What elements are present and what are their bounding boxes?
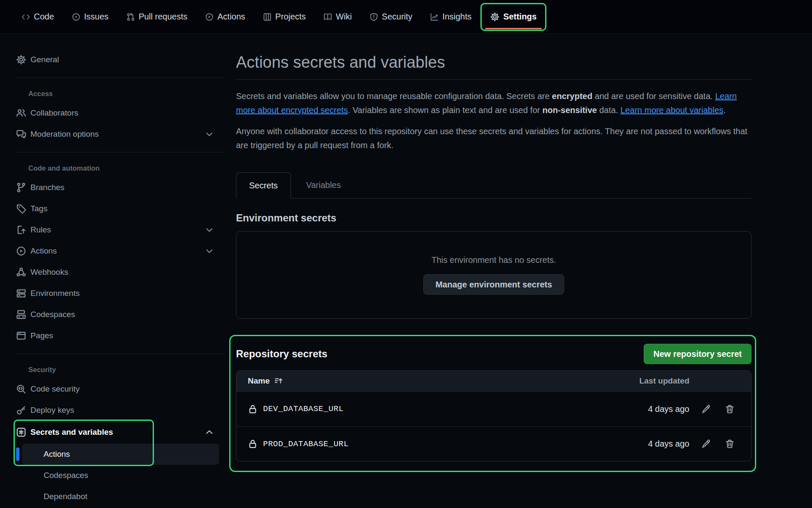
code-scan-icon xyxy=(16,384,26,394)
name-column-header: Name xyxy=(248,376,270,386)
sidebar-item-pages[interactable]: Pages xyxy=(16,325,226,346)
intro-text: Secrets and variables allow you to manag… xyxy=(236,91,552,101)
sidebar-subitem-codespaces-secrets[interactable]: Codespaces xyxy=(16,465,226,486)
active-tab-underline xyxy=(485,28,542,29)
tab-code[interactable]: Code xyxy=(14,5,62,29)
delete-secret-button[interactable] xyxy=(722,404,737,414)
tab-label: Pull requests xyxy=(139,12,188,22)
secret-name: DEV_DATABASE_URL xyxy=(263,404,343,414)
selected-item-accent-bar xyxy=(16,447,19,461)
sidebar-item-rules[interactable]: Rules xyxy=(16,219,226,240)
manage-environment-secrets-button[interactable]: Manage environment secrets xyxy=(423,274,565,295)
sidebar-section-security: Security xyxy=(16,361,226,378)
intro-text: . xyxy=(724,105,726,115)
tag-icon xyxy=(16,204,26,214)
sidebar-item-code-security[interactable]: Code security xyxy=(16,378,226,400)
delete-secret-button[interactable] xyxy=(722,439,737,449)
pencil-icon xyxy=(701,439,711,449)
lock-icon xyxy=(248,439,258,449)
book-icon xyxy=(324,13,332,21)
trash-icon xyxy=(725,439,735,449)
issue-opened-icon xyxy=(72,13,80,21)
comment-discussion-icon xyxy=(16,129,26,139)
sidebar-item-label: Codespaces xyxy=(30,310,75,319)
sidebar-item-branches[interactable]: Branches xyxy=(16,177,226,198)
sidebar-subitem-dependabot-secrets[interactable]: Dependabot xyxy=(16,486,226,507)
people-icon xyxy=(16,108,26,118)
sidebar-item-deploy-keys[interactable]: Deploy keys xyxy=(16,400,226,421)
server-icon xyxy=(16,288,26,298)
trash-icon xyxy=(725,404,735,414)
pencil-icon xyxy=(701,404,711,414)
chevron-down-icon xyxy=(205,225,214,235)
tab-issues[interactable]: Issues xyxy=(64,5,116,29)
environment-secrets-card: This environment has no secrets. Manage … xyxy=(236,231,752,319)
sidebar-item-label: Webhooks xyxy=(30,268,68,277)
sidebar-item-label: Code security xyxy=(30,384,80,394)
tab-settings[interactable]: Settings xyxy=(480,3,546,31)
sidebar-item-label: Collaborators xyxy=(30,108,78,118)
tab-label: Code xyxy=(34,12,54,22)
sidebar-item-codespaces[interactable]: Codespaces xyxy=(16,304,226,325)
tab-actions[interactable]: Actions xyxy=(198,5,253,29)
table-row: DEV_DATABASE_URL 4 days ago xyxy=(236,392,751,426)
sidebar-item-secrets-and-variables[interactable]: Secrets and variables xyxy=(16,421,226,444)
tab-pull-requests[interactable]: Pull requests xyxy=(119,5,195,29)
rules-icon xyxy=(16,225,26,235)
tab-secrets[interactable]: Secrets xyxy=(236,172,291,199)
secret-last-updated: 4 days ago xyxy=(634,404,689,414)
intro-text: data. xyxy=(597,105,620,115)
sidebar-item-label: Deploy keys xyxy=(30,406,74,415)
tab-wiki[interactable]: Wiki xyxy=(316,5,359,29)
secret-last-updated: 4 days ago xyxy=(634,439,689,449)
gear-icon xyxy=(16,55,26,65)
gear-icon xyxy=(490,12,499,22)
codespaces-icon xyxy=(16,309,26,320)
settings-sidebar: General Access Collaborators Moderation … xyxy=(0,34,226,508)
intro-text: and are used for sensitive data. xyxy=(593,91,715,101)
repository-secrets-heading: Repository secrets xyxy=(236,348,327,360)
page-title: Actions secrets and variables xyxy=(236,52,752,72)
edit-secret-button[interactable] xyxy=(699,439,713,449)
sidebar-item-general[interactable]: General xyxy=(16,49,226,70)
intro-bold-encrypted: encrypted xyxy=(552,91,593,101)
annotation-box-repository-secrets: Repository secrets New repository secret… xyxy=(229,335,756,472)
sidebar-item-actions[interactable]: Actions xyxy=(16,240,226,262)
link-variables[interactable]: Learn more about variables xyxy=(620,105,723,115)
secret-name: PROD_DATABASE_URL xyxy=(263,439,348,449)
chevron-down-icon xyxy=(205,130,214,139)
table-row: PROD_DATABASE_URL 4 days ago xyxy=(236,426,751,461)
sidebar-item-collaborators[interactable]: Collaborators xyxy=(16,102,226,124)
repo-nav: Code Issues Pull requests Actions Projec… xyxy=(0,0,812,34)
tab-label: Issues xyxy=(84,12,109,22)
sidebar-subitem-actions-secrets[interactable]: Actions xyxy=(22,444,219,465)
tab-security[interactable]: Security xyxy=(362,5,420,29)
sidebar-item-tags[interactable]: Tags xyxy=(16,198,226,219)
sidebar-divider xyxy=(16,77,225,78)
sidebar-item-environments[interactable]: Environments xyxy=(16,283,226,304)
intro-paragraph: Secrets and variables allow you to manag… xyxy=(236,89,752,117)
last-updated-column-header: Last updated xyxy=(639,376,751,386)
sidebar-item-label: Rules xyxy=(30,225,51,235)
code-icon xyxy=(22,13,30,21)
sidebar-item-label: Secrets and variables xyxy=(30,428,113,437)
sidebar-item-label: General xyxy=(30,55,59,64)
new-repository-secret-button[interactable]: New repository secret xyxy=(644,344,752,364)
environment-secrets-heading: Environment secrets xyxy=(236,212,752,224)
sidebar-item-label: Moderation options xyxy=(30,130,99,139)
tab-projects[interactable]: Projects xyxy=(255,5,313,29)
project-icon xyxy=(263,13,272,21)
secrets-and-variables-group: Secrets and variables Actions xyxy=(16,421,226,465)
edit-secret-button[interactable] xyxy=(699,404,713,414)
sidebar-item-label: Pages xyxy=(30,331,53,340)
tab-insights[interactable]: Insights xyxy=(422,5,479,29)
sidebar-item-webhooks[interactable]: Webhooks xyxy=(16,262,226,283)
browser-icon xyxy=(16,331,26,341)
sidebar-item-moderation-options[interactable]: Moderation options xyxy=(16,124,226,145)
intro-paragraph-2: Anyone with collaborator access to this … xyxy=(236,124,752,152)
tab-variables[interactable]: Variables xyxy=(291,172,356,198)
webhook-icon xyxy=(16,267,26,277)
asterisk-box-icon xyxy=(16,427,26,437)
sidebar-item-label: Branches xyxy=(30,183,64,192)
secrets-variables-tabs: Secrets Variables xyxy=(236,172,752,199)
